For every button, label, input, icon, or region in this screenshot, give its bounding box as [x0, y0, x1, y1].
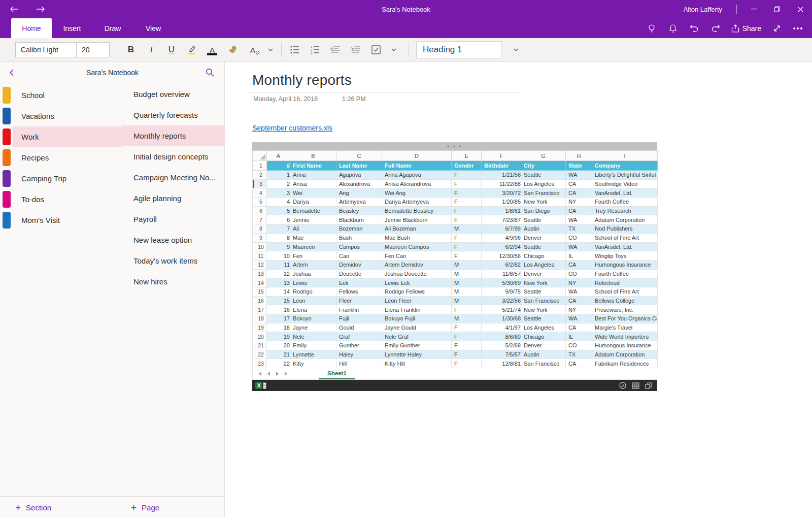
- sidebar-section-to-dos[interactable]: To-dos: [13, 189, 122, 210]
- sidebar-page-initial-design-concepts[interactable]: Initial design concepts: [122, 146, 225, 167]
- todo-checkbox-icon: [371, 45, 381, 55]
- table-cell: 1/30/68: [482, 314, 521, 323]
- section-color-tab: [3, 108, 11, 124]
- format-painter-button[interactable]: [222, 41, 243, 58]
- table-cell: New York: [521, 198, 566, 207]
- increase-indent-button[interactable]: [346, 41, 366, 58]
- numbered-list-button[interactable]: 123: [305, 41, 325, 58]
- embed-drag-handle[interactable]: • • •: [252, 142, 657, 150]
- share-button[interactable]: Share: [728, 21, 764, 36]
- styles-chevron-icon[interactable]: [509, 41, 524, 58]
- column-letter: H: [566, 151, 592, 161]
- decrease-indent-button[interactable]: [325, 41, 346, 58]
- close-button[interactable]: [789, 0, 812, 18]
- table-cell: Chicago: [521, 251, 566, 261]
- page-label: Agile planning: [133, 194, 181, 203]
- drag-dots-icon: • • •: [447, 144, 462, 149]
- italic-button[interactable]: I: [141, 41, 161, 58]
- sidebar-section-school[interactable]: School: [13, 85, 122, 106]
- add-page-button[interactable]: + Page: [131, 497, 159, 518]
- table-cell: M: [452, 224, 482, 234]
- sidebar-page-today-s-work-items[interactable]: Today's work items: [122, 250, 225, 271]
- embedded-spreadsheet[interactable]: • • • ABCDEFGHI1#First NameLast NameFull…: [252, 142, 657, 391]
- sidebar-section-camping-trip[interactable]: Camping Trip: [13, 168, 122, 189]
- table-cell: CA: [566, 179, 592, 188]
- formatting-toolbar: Calibri Light 20 B I U A A 123: [0, 38, 812, 62]
- font-size-select[interactable]: 20: [76, 42, 110, 57]
- embed-status-bar: X: [252, 380, 657, 391]
- tab-view[interactable]: View: [133, 18, 174, 38]
- font-color-button[interactable]: A: [202, 41, 222, 58]
- sidebar-section-vacations[interactable]: Vacations: [13, 106, 122, 126]
- page-canvas[interactable]: Monthly reports Monday, April 16, 2018 1…: [225, 62, 812, 518]
- user-account-label[interactable]: Alton Lafferty: [684, 6, 722, 13]
- sidebar-section-work[interactable]: Work: [13, 126, 122, 147]
- table-cell: Liberty's Delightful Sinful: [592, 171, 658, 180]
- table-cell: F: [452, 341, 482, 350]
- table-row: 1918JayneGouldJayne GouldF4/1/97Los Ange…: [253, 323, 658, 332]
- clear-formatting-button[interactable]: A: [243, 41, 263, 58]
- font-name-select[interactable]: Calibri Light: [15, 42, 77, 57]
- add-section-button[interactable]: + Section: [15, 497, 51, 518]
- column-letter: C: [336, 151, 382, 161]
- fullscreen-icon[interactable]: [768, 21, 786, 36]
- table-cell: Adatum Corporation: [592, 215, 658, 224]
- bold-button[interactable]: B: [121, 41, 141, 58]
- table-cell: Joshua: [290, 269, 336, 278]
- sidebar-page-payroll[interactable]: Payroll: [122, 209, 225, 230]
- table-cell: Southridge Video: [592, 179, 658, 188]
- select-all-corner: [253, 151, 267, 161]
- table-cell: Mae Bush: [382, 233, 452, 242]
- page-title[interactable]: Monthly reports: [252, 72, 352, 88]
- attachment-link[interactable]: September customers.xls: [252, 124, 332, 132]
- tags-chevron-icon[interactable]: [386, 41, 401, 58]
- table-cell: 5/30/69: [482, 278, 521, 287]
- sidebar-page-budget-overview[interactable]: Budget overview: [122, 84, 225, 105]
- tell-me-lightbulb-icon[interactable]: [643, 21, 660, 36]
- title-bar: Sara's Notebook Alton Lafferty: [0, 0, 812, 18]
- font-options-chevron-icon[interactable]: [263, 41, 278, 58]
- table-cell: Eck: [336, 278, 382, 287]
- sidebar-page-new-lease-option[interactable]: New lease option: [122, 230, 225, 250]
- table-row: 1615LeonFleerLeon FleerM3/22/56San Franc…: [253, 296, 658, 305]
- page-label: Monthly reports: [133, 132, 186, 140]
- underline-button[interactable]: U: [161, 41, 182, 58]
- table-cell: Jayne: [290, 323, 336, 332]
- undo-icon[interactable]: [686, 21, 703, 36]
- section-color-tab: [3, 170, 11, 187]
- sidebar-page-monthly-reports[interactable]: Monthly reports: [122, 125, 225, 146]
- sidebar-section-mom-s-visit[interactable]: Mom's Visit: [13, 210, 122, 231]
- style-selector[interactable]: Heading 1: [416, 41, 501, 58]
- table-cell: Dariya: [290, 198, 336, 207]
- table-cell: Denver: [521, 233, 566, 242]
- tab-insert[interactable]: Insert: [52, 18, 92, 38]
- highlighter-button[interactable]: [182, 41, 202, 58]
- table-cell: 11/22/88: [482, 179, 521, 188]
- sheet-tab-bar: Sheet1: [252, 368, 657, 380]
- table-cell: Mae: [290, 233, 336, 242]
- minimize-button[interactable]: [742, 0, 765, 18]
- sidebar-page-campaign-meeting-no-[interactable]: Campaign Meeting No...: [122, 167, 225, 188]
- table-cell: Jennie: [290, 215, 336, 224]
- table-cell: Humongous Insurance: [592, 260, 658, 269]
- table-cell: Ali: [290, 224, 336, 234]
- restore-button[interactable]: [765, 0, 789, 18]
- notifications-bell-icon[interactable]: [664, 21, 682, 36]
- sidebar-page-agile-planning[interactable]: Agile planning: [122, 188, 225, 209]
- sidebar-page-quarterly-forecasts[interactable]: Quarterly forecasts: [122, 105, 225, 125]
- tab-home[interactable]: Home: [11, 18, 52, 38]
- search-icon[interactable]: [200, 62, 219, 83]
- bulleted-list-button[interactable]: [285, 41, 305, 58]
- edit-pen-icon: [619, 382, 626, 389]
- more-options-icon[interactable]: •••: [790, 21, 807, 36]
- table-cell: Margie's Travel: [592, 323, 658, 332]
- section-color-tab: [3, 191, 11, 208]
- redo-icon[interactable]: [707, 21, 724, 36]
- tab-draw[interactable]: Draw: [92, 18, 133, 38]
- todo-tag-button[interactable]: [366, 41, 386, 58]
- table-cell: Maureen: [290, 242, 336, 251]
- table-cell: 1/20/85: [482, 198, 521, 207]
- sidebar-section-recipes[interactable]: Recipes: [13, 147, 122, 168]
- row-number: 12: [253, 260, 267, 269]
- sidebar-page-new-hires[interactable]: New hires: [122, 271, 225, 292]
